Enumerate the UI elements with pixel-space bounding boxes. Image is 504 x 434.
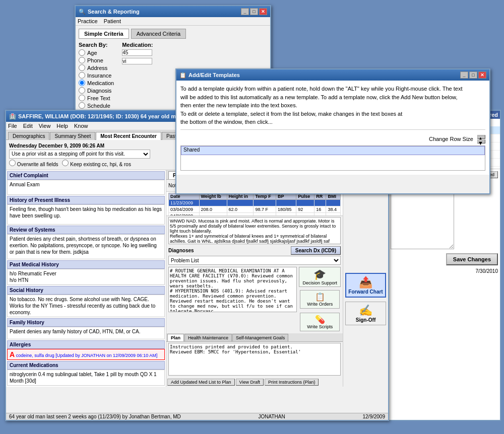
templates-close-btn[interactable]: ✕ <box>478 71 486 79</box>
exam-text-area[interactable]: WNWD NAD. Mucosa is pink and moist. Affe… <box>168 217 341 244</box>
keep-label: Keep existing cc, hpi, & ros <box>70 162 131 167</box>
family-content[interactable]: Patient denies any family history of CAD… <box>7 327 165 339</box>
phone-radio[interactable] <box>79 57 85 63</box>
menu-help[interactable]: Help <box>56 123 68 129</box>
current-meds-content[interactable]: nitroglycerin 0.4 mg sublingual tablet, … <box>7 370 165 386</box>
menu-edit[interactable]: Edit <box>23 123 33 129</box>
templates-minimize-btn[interactable]: _ <box>460 71 468 79</box>
overwrite-radio[interactable] <box>9 160 16 166</box>
schedule-radio[interactable] <box>79 102 85 109</box>
patient-app-icon: 🏥 <box>9 113 16 120</box>
tab-summary[interactable]: Summary Sheet <box>50 132 95 140</box>
search-menu-patient[interactable]: Patient <box>104 18 121 24</box>
search-simple-tab[interactable]: Simple Criteria <box>79 29 129 39</box>
family-header: Family History <box>7 318 165 327</box>
address-radio[interactable] <box>79 64 85 71</box>
save-changes-btn[interactable]: Save Changes <box>446 253 498 265</box>
status-bar: 64 year old man last seen 2 weeks ago (1… <box>6 413 388 420</box>
medication-radio[interactable] <box>79 80 85 86</box>
search-dx-btn[interactable]: Search Dx (ICD9) <box>291 246 341 255</box>
tab-self-mgmt[interactable]: Self-Management Goals <box>232 334 288 341</box>
freetext-radio[interactable] <box>79 95 85 101</box>
medication-field-label: Medication: <box>122 42 267 48</box>
search-advanced-tab[interactable]: Advanced Criteria <box>131 29 186 39</box>
left-column: Chief Complaint Annual Exam History of P… <box>6 170 166 387</box>
hpi-content[interactable]: Feeling fine, though hasn't been taking … <box>7 204 165 225</box>
search-app-icon: 🔍 <box>79 9 86 15</box>
vitals-section: Date Weight lb Height in Temp F BP Pulse… <box>166 192 343 216</box>
search-minimize-btn[interactable]: _ <box>241 8 249 15</box>
ros-content[interactable]: Patient denies any chest pain, shortness… <box>7 234 165 259</box>
current-meds-text: nitroglycerin 0.4 mg sublingual tablet, … <box>10 372 157 384</box>
diagnosis-radio[interactable] <box>79 87 85 94</box>
tab-health-maint[interactable]: Health Maintenance <box>184 334 232 341</box>
keep-radio[interactable] <box>62 160 69 166</box>
pmh-content[interactable]: h/o Rheumatic Fever h/o HTN <box>7 269 165 285</box>
sign-off-btn[interactable]: ✍️ Sign-Off <box>345 302 386 325</box>
complaints-textarea[interactable] <box>391 189 454 249</box>
medication-search-input[interactable] <box>122 58 152 64</box>
chief-complaint-content[interactable]: Annual Exam <box>7 180 165 195</box>
forward-chart-label: Forward Chart <box>348 289 383 295</box>
view-draft-btn[interactable]: View Draft <box>236 379 264 386</box>
row-size-up-btn[interactable]: ▲ <box>477 135 485 139</box>
allergy-text: codeine, sulfa drug [Updated by JONATHAN… <box>16 353 158 358</box>
menu-view[interactable]: View <box>39 123 51 129</box>
search-by-label: Search By: <box>79 42 114 48</box>
tab-most-recent[interactable]: Most Recent Encounter <box>96 132 161 140</box>
tab-demographics[interactable]: Demographics <box>8 132 49 140</box>
search-maximize-btn[interactable]: □ <box>250 8 258 15</box>
add-med-list-btn[interactable]: Add Updated Med List to Plan <box>167 379 235 386</box>
decision-support-btn[interactable]: 🎓 Decision Support <box>299 267 341 287</box>
tab-plan[interactable]: Plan <box>167 334 184 341</box>
assessment-text[interactable] <box>168 267 297 312</box>
write-scripts-btn[interactable]: 💊 Write Scripts <box>300 313 340 331</box>
search-close-btn[interactable]: ✕ <box>259 8 267 15</box>
vitals-body: 11/23/2009 03/04/2009 208.0 <box>169 200 341 216</box>
rr-0 <box>314 200 326 206</box>
search-menu-practice[interactable]: Practice <box>78 18 98 24</box>
age-radio[interactable] <box>79 49 85 56</box>
keep-radio-label: Keep existing cc, hpi, & ros <box>62 160 131 167</box>
menu-file[interactable]: File <box>8 123 17 129</box>
vitals-row-2[interactable]: 04/06/2008 <box>169 213 341 216</box>
menu-know[interactable]: Know <box>74 123 88 129</box>
social-content[interactable]: No tobacco. No rec drugs. Some alcohol u… <box>7 295 165 317</box>
bp-2 <box>276 213 296 216</box>
row-size-down-btn[interactable]: ▼ <box>477 139 485 143</box>
phone-label: Phone <box>87 57 103 63</box>
plan-bottom-buttons: Add Updated Med List to Plan View Draft … <box>166 378 343 387</box>
freetext-label: Free Text <box>87 95 110 101</box>
decision-support-label: Decision Support <box>302 280 337 285</box>
rr-2 <box>314 213 326 216</box>
age-label: Age <box>87 50 97 56</box>
plan-tabs: Plan Health Maintenance Self-Management … <box>166 333 343 342</box>
visit-note-select[interactable]: Use a prior visit as a stepping off poin… <box>9 150 150 159</box>
vitals-row-1[interactable]: 03/04/2009 208.0 62.0 98.7 F 180/85 92 1… <box>169 206 341 213</box>
action-buttons-column: 📤 Forward Chart ✍️ Sign-Off <box>343 170 388 387</box>
pulse-1: 92 <box>296 206 314 213</box>
medication-label: Medication <box>87 80 114 86</box>
diagnoses-label: Diagnoses <box>168 248 194 253</box>
plan-instructions[interactable] <box>168 343 341 376</box>
bp-1: 180/85 <box>276 206 296 213</box>
medication-value-input[interactable] <box>122 49 152 56</box>
weight-2 <box>199 213 227 216</box>
pmh-header: Past Medical History <box>7 260 165 269</box>
print-instructions-btn[interactable]: Print Instructions (Plan) <box>265 379 319 386</box>
vitals-row-0[interactable]: 11/23/2009 <box>169 200 341 206</box>
templates-line3: then enter the new template into the tex… <box>180 101 485 110</box>
status-middle: JONATHAN <box>259 414 285 419</box>
insurance-label: Insurance <box>87 73 111 79</box>
diagnoses-dropdown[interactable]: Problem List <box>168 256 341 265</box>
templates-list[interactable]: Shared <box>180 146 485 171</box>
bmi-0 <box>326 200 341 206</box>
plan-section: Plan Health Maintenance Self-Management … <box>166 333 343 387</box>
diagnosis-label: Diagnosis <box>87 88 111 94</box>
write-orders-icon: 📋 <box>315 292 325 302</box>
bmi-2 <box>326 213 341 216</box>
forward-chart-btn[interactable]: 📤 Forward Chart <box>345 273 386 298</box>
insurance-radio[interactable] <box>79 72 85 79</box>
templates-maximize-btn[interactable]: □ <box>469 71 477 79</box>
write-orders-btn[interactable]: 📋 Write Orders <box>300 290 340 309</box>
